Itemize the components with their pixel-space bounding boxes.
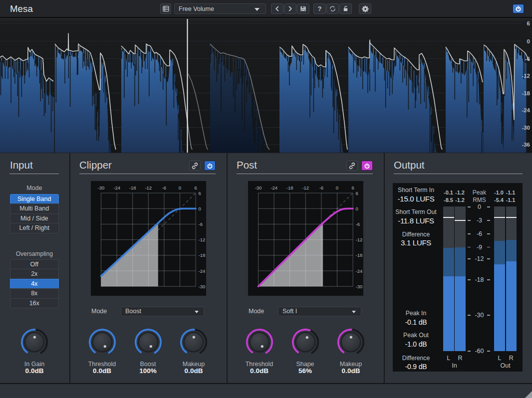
svg-text:6: 6: [198, 190, 201, 196]
svg-text:-30: -30: [522, 125, 530, 131]
svg-text:-12: -12: [522, 73, 530, 79]
svg-text:-12: -12: [198, 237, 205, 242]
svg-text:-36: -36: [522, 142, 530, 148]
svg-text:0: 0: [335, 185, 338, 191]
svg-text:0: 0: [527, 38, 530, 44]
svg-text:-18: -18: [129, 185, 136, 191]
svg-text:-18: -18: [198, 252, 205, 258]
svg-text:-30: -30: [198, 283, 205, 289]
svg-text:0: 0: [355, 205, 358, 211]
svg-text:6: 6: [194, 185, 197, 191]
svg-text:-6: -6: [162, 185, 166, 191]
svg-text:-18: -18: [286, 185, 293, 191]
svg-text:-30: -30: [97, 185, 104, 191]
svg-text:-24: -24: [355, 268, 362, 273]
svg-text:-6: -6: [355, 221, 359, 226]
svg-text:-12: -12: [302, 185, 309, 191]
svg-text:-18: -18: [522, 90, 530, 96]
svg-text:0: 0: [178, 185, 181, 191]
svg-text:-24: -24: [522, 107, 530, 113]
svg-text:-18: -18: [355, 252, 362, 258]
svg-text:6: 6: [527, 20, 530, 26]
svg-text:-12: -12: [355, 237, 362, 242]
svg-text:-6: -6: [319, 185, 323, 191]
svg-text:-24: -24: [113, 185, 120, 191]
svg-text:-30: -30: [255, 185, 262, 191]
svg-text:-12: -12: [145, 185, 152, 191]
svg-text:-24: -24: [198, 268, 205, 273]
svg-text:-24: -24: [270, 185, 277, 191]
svg-text:-6: -6: [525, 56, 530, 62]
svg-text:6: 6: [355, 190, 358, 196]
svg-text:6: 6: [351, 185, 354, 191]
svg-text:-6: -6: [198, 221, 202, 226]
svg-text:-30: -30: [355, 283, 362, 289]
svg-text:0: 0: [198, 205, 201, 211]
